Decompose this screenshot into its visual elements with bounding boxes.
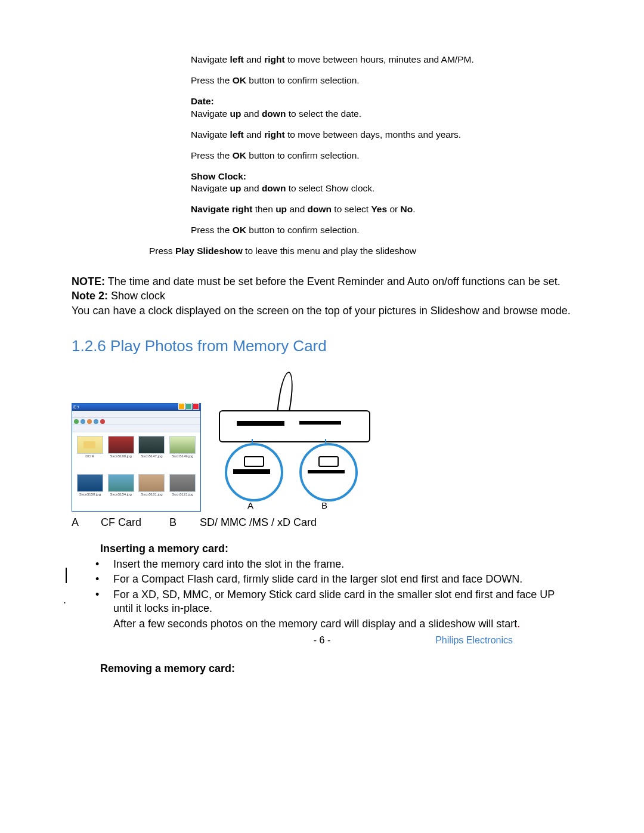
list-item: Insert the memory card into the slot in … [89, 558, 575, 571]
forward-icon [80, 419, 85, 424]
card-labels: A CF Card B SD/ MMC /MS / xD Card [72, 515, 575, 529]
thumb-label: Sscn5100.jpg [110, 454, 131, 459]
loose-period: . [63, 593, 66, 607]
thumb-label: Sscn5150.jpg [79, 492, 101, 497]
instr-line-8: Press the OK button to confirm selection… [191, 224, 575, 237]
list-item: For a XD, SD, MMC, or Memory Stick card … [89, 588, 575, 616]
up-icon [87, 419, 92, 424]
zoom-lens-b-icon [299, 443, 358, 501]
cf-slot-icon [237, 421, 284, 426]
delete-icon [100, 419, 105, 424]
diagram-label-b: B [321, 500, 327, 512]
image-icon [108, 474, 134, 492]
note-block: NOTE: The time and date must be set befo… [72, 274, 575, 318]
figure-row: E:\ DCIM Sscn5100.jpg Sscn5147.jpg Sscn5… [72, 374, 575, 512]
instr-line-2: Press the OK button to confirm selection… [191, 75, 575, 87]
figure-device-diagram: A B [219, 374, 368, 512]
thumb-label: DCIM [85, 454, 94, 459]
address-bar [72, 425, 200, 432]
page-number: - 6 - [0, 634, 644, 647]
maximize-icon [185, 403, 192, 410]
image-icon [169, 436, 196, 454]
device-body [219, 410, 370, 442]
list-item: For a Compact Flash card, firmly slide c… [89, 572, 575, 586]
instr-line-4: Navigate left and right to move between … [191, 129, 575, 141]
instr-line-9: Press Play Slideshow to leave this menu … [149, 245, 575, 258]
revision-bar-icon [66, 568, 67, 583]
instr-line-7: Navigate right then up and down to selec… [191, 203, 575, 216]
instr-line-6: Navigate up and down to select Show cloc… [191, 182, 575, 195]
menu-bar [72, 411, 200, 418]
thumb-label: Sscn5147.jpg [141, 454, 162, 459]
section-heading: 1.2.6 Play Photos from Memory Card [72, 336, 575, 357]
close-icon [193, 403, 199, 410]
thumb-label: Sscn5181.jpg [141, 492, 162, 497]
tool-bar [72, 418, 200, 425]
brand-footer: Philips Electronics [435, 634, 513, 647]
inserting-heading: Inserting a memory card: [100, 541, 575, 556]
instr-line-3: Navigate up and down to select the date. [191, 108, 575, 120]
zoom-lens-a-icon [225, 443, 283, 501]
image-icon [77, 474, 103, 492]
inserting-list: Insert the memory card into the slot in … [72, 558, 575, 616]
back-icon [74, 419, 79, 424]
diagram-label-a: A [247, 500, 253, 512]
search-icon [94, 419, 98, 424]
instr-line-5: Press the OK button to confirm selection… [191, 150, 575, 162]
removing-heading: Removing a memory card: [100, 661, 575, 676]
date-label: Date: [191, 95, 575, 108]
showclock-label: Show Clock: [191, 171, 575, 183]
thumb-label: Sscn5121.jpg [172, 492, 193, 497]
image-icon [138, 436, 165, 454]
folder-icon [77, 436, 103, 454]
sd-slot-icon [299, 421, 341, 425]
thumb-label: Sscn5154.jpg [110, 492, 131, 497]
figure-explorer-window: E:\ DCIM Sscn5100.jpg Sscn5147.jpg Sscn5… [72, 403, 201, 512]
window-title: E:\ [73, 404, 79, 411]
instr-line-1: Navigate left and right to move between … [191, 54, 575, 66]
inserting-tail: After a few seconds photos on the memory… [113, 617, 575, 631]
minimize-icon [178, 403, 185, 410]
image-icon [169, 474, 196, 492]
thumb-label: Sscn5149.jpg [172, 454, 193, 459]
image-icon [138, 474, 165, 492]
image-icon [108, 436, 134, 454]
